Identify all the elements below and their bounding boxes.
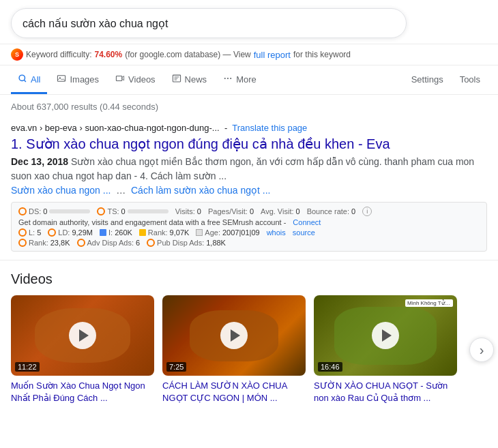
play-button-1[interactable]	[69, 322, 96, 349]
seo-l: L: 5	[18, 228, 41, 237]
seo-info-icon[interactable]: i	[362, 207, 372, 216]
result-breadcrumb: eva.vn › bep-eva › suon-xao-chua-ngot-ng…	[11, 123, 487, 133]
videos-section-title: Videos	[11, 271, 487, 287]
video-info-3: SƯỜN XÀO CHUA NGỌT - Sườn non xào Rau Củ…	[314, 376, 457, 404]
video-duration-1: 11:22	[15, 362, 40, 372]
search-icon	[18, 74, 27, 85]
result-snippet: Dec 13, 2018 Sườn xào chua ngọt miền Bắc…	[11, 155, 487, 198]
video-title-1: Muốn Sườn Xào Chua Ngọt Ngon Nhất Phải Đ…	[11, 380, 154, 404]
seo-ld: LD: 9,29M	[48, 228, 93, 237]
svg-line-6	[24, 80, 25, 81]
seo-bar-ds	[49, 209, 90, 213]
seo-rank2: Rank: 23,8K	[18, 239, 70, 247]
seo-visits-val: 0	[197, 207, 201, 215]
seo-l-val: 5	[37, 228, 41, 237]
tools-link[interactable]: Tools	[453, 66, 487, 93]
kw-diff-after: for this keyword	[293, 50, 351, 59]
semrush-msg: Get domain authority, visits and engagem…	[18, 218, 286, 226]
result-link2[interactable]: Cách làm sườn xào chua ngọt ...	[131, 185, 270, 196]
seo-ds-val: 0	[43, 207, 47, 215]
videos-section: Videos 11:22 Muốn Sườn Xào Chua Ngọt Ngo…	[0, 260, 498, 404]
seo-ds: DS: 0	[18, 207, 90, 215]
video-channel-badge-3: Minh Không Tử Sĩ	[405, 299, 453, 307]
seo-pv-val: 0	[250, 207, 254, 215]
search-input[interactable]	[23, 17, 380, 29]
scroll-next-arrow[interactable]	[469, 338, 494, 362]
tab-videos[interactable]: Videos	[108, 65, 162, 94]
search-bar	[11, 8, 407, 38]
tab-news-label: News	[185, 74, 207, 85]
result-title[interactable]: 1. Sườn xào chua ngọt ngon đúng điệu cả …	[11, 135, 487, 153]
seo-ld-val: 9,29M	[72, 228, 93, 237]
seo-i: I: 260K	[100, 228, 132, 237]
seo-pages-visit: Pages/Visit: 0	[208, 207, 254, 215]
seo-i-val: 260K	[115, 228, 132, 237]
video-title-3: SƯỜN XÀO CHUA NGỌT - Sườn non xào Rau Củ…	[314, 380, 457, 404]
seo-dot-ld	[48, 228, 56, 237]
video-duration-2: 7:25	[166, 362, 186, 372]
tab-images-label: Images	[70, 74, 99, 85]
more-dots-icon	[223, 74, 233, 85]
semrush-logo: S	[11, 48, 23, 61]
seo-rank-icon	[139, 229, 146, 236]
tab-all-label: All	[31, 74, 40, 85]
svg-rect-9	[116, 76, 121, 81]
svg-point-15	[227, 78, 229, 79]
seo-bounce-rate: Bounce rate: 0	[307, 207, 356, 215]
svg-point-5	[19, 75, 25, 80]
seo-rank: Rank: 9,07K	[139, 228, 190, 237]
seo-av-val: 0	[296, 207, 300, 215]
video-duration-3: 16:46	[318, 362, 342, 372]
video-title-2: CÁCH LÀM SƯỜN XÀO CHUA NGỌT CỰC NGON | M…	[162, 380, 306, 404]
play-button-2[interactable]	[220, 322, 248, 349]
video-card-2[interactable]: 7:25 CÁCH LÀM SƯỜN XÀO CHUA NGỌT CỰC NGO…	[162, 295, 306, 404]
tab-news[interactable]: News	[165, 65, 214, 94]
seo-row-3: Rank: 23,8K Adv Disp Ads: 6 Pub Disp Ads…	[18, 239, 480, 247]
seo-whois-link[interactable]: whois	[267, 228, 286, 237]
kw-difficulty-bar: S Keyword difficulty: 74.60% (for google…	[0, 44, 498, 65]
seo-source-link[interactable]: source	[293, 228, 315, 237]
seo-bar-ts	[128, 209, 169, 213]
video-icon	[115, 74, 125, 85]
tab-all[interactable]: All	[11, 65, 47, 94]
full-report-link[interactable]: full report	[254, 50, 291, 60]
seo-dot-adv	[77, 239, 85, 247]
seo-dot-ds	[18, 207, 27, 215]
video-card-1[interactable]: 11:22 Muốn Sườn Xào Chua Ngọt Ngon Nhất …	[11, 295, 154, 404]
breadcrumb-text: eva.vn › bep-eva › suon-xao-chua-ngot-ng…	[11, 123, 220, 133]
news-icon	[172, 74, 181, 85]
nav-right: Settings Tools	[405, 66, 487, 93]
result-date: Dec 13, 2018	[11, 156, 68, 167]
settings-link[interactable]: Settings	[405, 66, 450, 93]
tab-images[interactable]: Images	[50, 65, 106, 94]
seo-dot-rank2	[18, 239, 27, 247]
search-icons	[387, 18, 395, 29]
semrush-connect-link[interactable]: Connect	[293, 218, 321, 226]
svg-rect-7	[58, 76, 65, 81]
translate-link[interactable]: Translate this page	[232, 123, 307, 133]
image-icon	[57, 74, 66, 85]
seo-rank2-val: 23,8K	[50, 239, 70, 247]
svg-point-14	[224, 78, 226, 79]
seo-visits: Visits: 0	[175, 207, 201, 215]
result-snippet-text1: Sườn xào chua ngọt miền Bắc thơm ngon, ă…	[11, 156, 474, 181]
seo-br-val: 0	[351, 207, 355, 215]
kw-diff-text: Keyword difficulty:	[26, 50, 92, 59]
search-result-card: eva.vn › bep-eva › suon-xao-chua-ngot-ng…	[0, 116, 498, 260]
seo-semrush-row: Get domain authority, visits and engagem…	[18, 218, 480, 226]
video-thumb-3: 16:46 Minh Không Tử Sĩ	[314, 295, 457, 376]
seo-metrics: DS: 0 TS: 0 Visits: 0 Pages/Visit: 0 Avg…	[11, 202, 487, 252]
video-thumb-2: 7:25	[162, 295, 306, 376]
seo-i-icon	[100, 229, 106, 236]
kw-diff-suffix: (for google.com database) — View	[125, 50, 251, 59]
seo-row-2: L: 5 LD: 9,29M I: 260K Rank: 9,07K Ag	[18, 228, 480, 237]
video-card-3[interactable]: 16:46 Minh Không Tử Sĩ SƯỜN XÀO CHUA NGỌ…	[314, 295, 457, 404]
tab-more-label: More	[236, 74, 257, 85]
tab-more[interactable]: More	[216, 65, 263, 94]
search-bar-container	[0, 0, 498, 44]
results-count: About 637,000 results (0.44 seconds)	[0, 95, 498, 116]
svg-point-16	[230, 78, 231, 79]
play-button-3[interactable]	[372, 322, 399, 349]
result-link1[interactable]: Sườn xào chua ngon ...	[11, 185, 111, 196]
seo-age: Age: 2007|01|09	[196, 228, 259, 237]
